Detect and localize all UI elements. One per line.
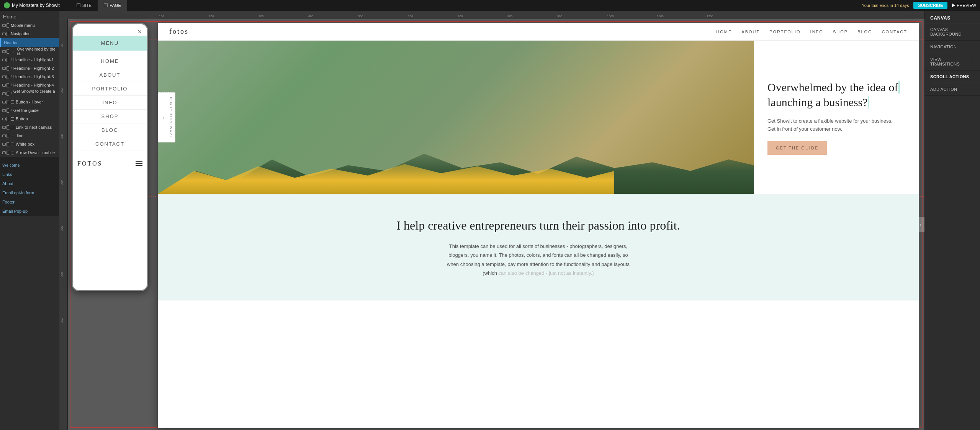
sidebar-item-get-the-guide[interactable]: / Get the guide <box>0 106 59 115</box>
sidebar-item-email-popup[interactable]: Email Pop-up <box>0 207 59 216</box>
nav-item-home[interactable]: HOME <box>716 30 732 34</box>
m-icon4 <box>7 75 9 79</box>
mobile-menu-item-shop[interactable]: SHOP <box>73 110 147 123</box>
mobile-preview: × MENU HOME ABOUT PORTFOLIO INFO SHOP BL… <box>72 23 148 291</box>
slash-icon4: / <box>11 83 12 87</box>
d-icon <box>2 50 6 53</box>
right-panel-view-transitions[interactable]: VIEW TRANSITIONS + <box>925 53 980 71</box>
mobile-menu-close-button[interactable]: × <box>137 28 142 36</box>
sidebar-item-headline1[interactable]: / Headline - Highlight-1 <box>0 56 59 64</box>
mobile-preview-inner: × MENU HOME ABOUT PORTFOLIO INFO SHOP BL… <box>73 24 147 290</box>
desktop-cta-button[interactable]: GET THE GUIDE <box>767 141 827 155</box>
sidebar-label-navigation: Navigation <box>11 31 31 36</box>
page-tab[interactable]: PAGE <box>98 0 127 11</box>
nav-item-blog[interactable]: BLOG <box>857 30 872 34</box>
sidebar-label-arrow-down: Arrow Down - mobile <box>16 150 55 155</box>
sidebar-item-headline3[interactable]: / Headline - Highlight-3 <box>0 72 59 81</box>
mobile-menu-item-portfolio[interactable]: PORTFOLIO <box>73 82 147 96</box>
nav-item-contact[interactable]: CONTACT <box>882 30 907 34</box>
app-name: My Monstera by Showit <box>12 3 60 8</box>
d-icon8 <box>2 109 6 112</box>
sidebar-item-get-showit[interactable]: / Get Showit to create a ... <box>0 89 59 98</box>
nav-item-shop[interactable]: SHOP <box>833 30 848 34</box>
right-panel-scroll-actions[interactable]: SCROLL ACTIONS <box>925 71 980 83</box>
sq-icon4 <box>11 143 14 146</box>
m-icon13 <box>7 151 9 155</box>
sidebar-item-footer[interactable]: Footer <box>0 197 59 207</box>
sidebar-item-navigation[interactable]: Navigation <box>0 30 59 38</box>
sidebar-item-about[interactable]: About <box>0 179 59 188</box>
topbar-right: Your trial ends in 14 days SUBSCRIBE PRE… <box>862 2 976 9</box>
vertical-tab-arrow: ← <box>160 115 166 120</box>
sidebar-item-line[interactable]: line <box>0 131 59 140</box>
trial-text: Your trial ends in 14 days <box>862 3 909 8</box>
slash-icon6: / <box>11 108 12 113</box>
sidebar-label-link-next: Link to next canvas <box>16 125 52 130</box>
sidebar-item-headline4[interactable]: / Headline - Highlight-4 <box>0 81 59 89</box>
m-icon2 <box>7 58 9 62</box>
mobile-menu-item-contact[interactable]: CONTACT <box>73 137 147 151</box>
sidebar-item-headline2[interactable]: / Headline - Highlight-2 <box>0 64 59 72</box>
mobile-fotos-header: FOTOS <box>73 157 147 170</box>
home-label: Home <box>0 11 59 21</box>
sq-icon5 <box>11 151 14 154</box>
sidebar-item-overwhelmed[interactable]: T Overwhelmed by the id... <box>0 47 59 56</box>
nav-item-portfolio[interactable]: PORTFOLIO <box>769 30 800 34</box>
desktop-nav-items: HOME ABOUT PORTFOLIO INFO SHOP BLOG CONT… <box>716 30 907 34</box>
desktop-section2-title: I help creative entrepreneurs turn their… <box>173 217 903 234</box>
mobile-menu-header: MENU <box>73 36 147 51</box>
text-icon: T <box>11 49 15 54</box>
topbar-left: My Monstera by Showit SITE PAGE <box>4 0 127 11</box>
sidebar-item-header[interactable]: Header ··· <box>0 38 59 47</box>
m-icon3 <box>7 66 9 71</box>
sidebar-item-button[interactable]: Button <box>0 115 59 123</box>
mobile-hamburger-icon[interactable] <box>136 161 142 166</box>
mobile-menu-item-info[interactable]: INFO <box>73 96 147 110</box>
right-panel: CANVAS CANVAS BACKGROUND NAVIGATION VIEW… <box>924 11 980 430</box>
mobile-icon2 <box>7 32 9 36</box>
mobile-menu-item-home[interactable]: HOME <box>73 54 147 68</box>
nav-item-info[interactable]: INFO <box>810 30 823 34</box>
sidebar-item-mobile-menu[interactable]: Mobile menu <box>0 21 59 30</box>
site-tab-icon <box>77 3 80 7</box>
sidebar-label-welcome: Welcome <box>2 163 20 167</box>
header-options-icon[interactable]: ··· <box>51 40 56 45</box>
sidebar-label-white-box: White box <box>16 142 34 146</box>
canvas-area: 100 200 300 400 500 600 700 800 900 1000… <box>59 11 924 430</box>
preview-button[interactable]: PREVIEW <box>952 3 976 8</box>
vertical-tab-text: RIGHT THIS WAY! <box>169 97 173 137</box>
sidebar-label-header: Header <box>4 40 18 45</box>
sidebar-item-white-box[interactable]: White box <box>0 140 59 148</box>
subscribe-button[interactable]: SUBSCRIBE <box>913 2 947 9</box>
right-panel-add-action[interactable]: ADD ACTION <box>925 83 980 96</box>
mobile-menu-item-about[interactable]: ABOUT <box>73 68 147 82</box>
site-tab[interactable]: SITE <box>70 0 98 11</box>
m-icon12 <box>7 142 9 146</box>
d-icon12 <box>2 143 6 146</box>
m-icon7 <box>7 100 9 104</box>
nav-item-about[interactable]: ABOUT <box>741 30 760 34</box>
hero-title-line1: Overwhelmed by the idea of <box>767 81 900 94</box>
desktop-logo: fotos <box>169 28 189 36</box>
sq-icon2 <box>11 117 14 121</box>
desktop-hero: ← RIGHT THIS WAY! Overwhelmed by the ide… <box>158 41 919 194</box>
mobile-menu-overlay: × MENU HOME ABOUT PORTFOLIO INFO SHOP BL… <box>73 24 147 290</box>
sidebar-item-link-next[interactable]: Link to next canvas <box>0 123 59 131</box>
mobile-menu-item-blog[interactable]: BLOG <box>73 123 147 137</box>
sidebar-item-links[interactable]: Links <box>0 170 59 179</box>
d-icon6 <box>2 92 6 95</box>
mobile-icon <box>7 23 9 28</box>
app-logo: My Monstera by Showit <box>4 2 60 8</box>
desktop-nav: fotos HOME ABOUT PORTFOLIO INFO SHOP BLO… <box>158 23 919 41</box>
right-panel-canvas-bg[interactable]: CANVAS BACKGROUND <box>925 23 980 41</box>
sidebar-item-welcome[interactable]: Welcome <box>0 161 59 170</box>
sidebar-item-arrow-down[interactable]: Arrow Down - mobile <box>0 148 59 157</box>
sidebar-item-button-hover[interactable]: Button - Hover <box>0 98 59 106</box>
right-panel-navigation[interactable]: NAVIGATION <box>925 41 980 53</box>
view-transitions-plus-icon[interactable]: + <box>972 59 975 65</box>
m-icon9 <box>7 117 9 121</box>
sidebar-item-email-opt-in[interactable]: Email opt-in form <box>0 188 59 197</box>
d-icon5 <box>2 84 6 87</box>
vertical-tab[interactable]: ← RIGHT THIS WAY! <box>158 92 175 142</box>
line-icon <box>11 136 15 136</box>
